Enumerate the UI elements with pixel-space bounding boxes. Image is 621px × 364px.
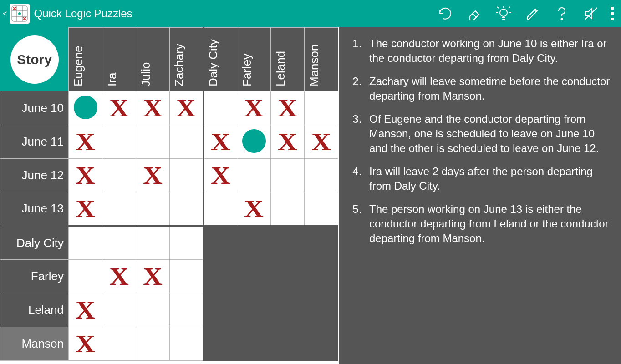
overflow-menu-button[interactable]	[606, 7, 619, 20]
grid-cell[interactable]: X	[69, 327, 102, 361]
pencil-button[interactable]	[518, 0, 547, 27]
mark-x-icon: X	[76, 298, 95, 323]
grid-cell[interactable]: X	[237, 192, 271, 226]
grid-cell[interactable]	[170, 159, 204, 192]
grid-cell[interactable]: X	[237, 91, 271, 125]
row-header: June 10	[0, 91, 69, 125]
grid-cell[interactable]	[305, 159, 338, 192]
mark-x-icon: X	[244, 197, 264, 221]
grid-cell[interactable]	[170, 192, 204, 226]
grid-cell[interactable]: X	[69, 125, 102, 159]
grid-cell[interactable]	[204, 91, 237, 125]
grid-cell[interactable]: X	[102, 260, 136, 293]
help-button[interactable]	[547, 0, 576, 27]
grid-cell[interactable]	[102, 192, 136, 226]
grid-cell[interactable]: X	[102, 91, 136, 125]
grid-cell[interactable]	[136, 192, 170, 226]
grid-cell[interactable]: X	[136, 260, 170, 293]
svg-line-11	[497, 7, 499, 8]
grid-cell[interactable]	[271, 159, 305, 192]
mark-o-icon	[74, 96, 97, 119]
mark-o-icon	[242, 129, 266, 153]
grid-cell[interactable]	[102, 327, 136, 361]
grid-cell[interactable]	[170, 260, 204, 293]
grid-cell[interactable]	[69, 91, 102, 125]
grid-cell[interactable]: X	[170, 91, 204, 125]
eraser-button[interactable]	[460, 0, 489, 27]
grid-cell[interactable]	[102, 293, 136, 327]
grid-cell[interactable]	[136, 125, 170, 159]
grid-cell[interactable]: X	[271, 91, 305, 125]
grid-cell[interactable]	[102, 226, 136, 260]
hint-button[interactable]	[489, 0, 518, 27]
grid-cell[interactable]: X	[69, 159, 102, 192]
app-title: Quick Logic Puzzles	[34, 7, 132, 20]
mark-x-icon: X	[143, 96, 163, 121]
grid-cell[interactable]	[204, 192, 237, 226]
grid-cell[interactable]: X	[271, 125, 305, 159]
grid-cell[interactable]: X	[204, 159, 237, 192]
logic-grid: StoryEugeneIraJulioZacharyDaly CityFarle…	[0, 27, 339, 364]
mark-x-icon: X	[76, 130, 95, 154]
grid-void	[204, 226, 237, 260]
grid-cell[interactable]	[170, 125, 204, 159]
grid-cell[interactable]	[102, 125, 136, 159]
mark-x-icon: X	[311, 130, 331, 154]
grid-cell[interactable]	[237, 159, 271, 192]
grid-void	[204, 260, 237, 293]
grid-cell[interactable]: X	[136, 91, 170, 125]
grid-cell[interactable]	[305, 192, 338, 226]
grid-corner: Story	[0, 28, 69, 91]
grid-cell[interactable]: X	[69, 293, 102, 327]
grid-void	[305, 260, 338, 293]
mark-x-icon: X	[143, 163, 163, 188]
story-button[interactable]: Story	[10, 35, 59, 84]
mark-x-icon: X	[109, 264, 129, 289]
grid-cell[interactable]	[69, 226, 102, 260]
grid-cell[interactable]	[102, 159, 136, 192]
grid-cell[interactable]: X	[136, 159, 170, 192]
col-header: Manson	[305, 28, 338, 91]
grid-void	[271, 260, 305, 293]
row-header: Daly City	[0, 226, 69, 260]
row-header: June 12	[0, 159, 69, 192]
svg-line-6	[473, 14, 476, 17]
grid-void	[237, 293, 271, 327]
grid-cell[interactable]	[305, 91, 338, 125]
undo-button[interactable]	[431, 0, 460, 27]
grid-cell[interactable]: X	[69, 192, 102, 226]
grid-cell[interactable]	[170, 327, 204, 361]
clue-item[interactable]: The person working on June 13 is either …	[365, 202, 611, 246]
grid-cell[interactable]	[271, 192, 305, 226]
grid-cell[interactable]: X	[305, 125, 338, 159]
clue-item[interactable]: Ira will leave 2 days after the person d…	[365, 164, 611, 194]
col-header: Julio	[136, 28, 170, 91]
clue-item[interactable]: Of Eugene and the conductor departing fr…	[365, 112, 611, 156]
grid-cell[interactable]	[170, 293, 204, 327]
grid-cell[interactable]	[237, 125, 271, 159]
clue-item[interactable]: The conductor working on June 10 is eith…	[365, 36, 611, 66]
col-header: Ira	[102, 28, 136, 91]
grid-cell[interactable]	[170, 226, 204, 260]
mark-x-icon: X	[278, 130, 297, 154]
mark-x-icon: X	[143, 264, 163, 289]
mark-x-icon: X	[109, 96, 129, 121]
toolbar: < Quick Logic Puzzles	[0, 0, 621, 27]
grid-cell[interactable]	[136, 226, 170, 260]
grid-cell[interactable]	[136, 327, 170, 361]
row-header: Leland	[0, 293, 69, 327]
col-header: Eugene	[69, 28, 102, 91]
svg-line-12	[509, 7, 510, 8]
grid-void	[204, 293, 237, 327]
grid-cell[interactable]	[136, 293, 170, 327]
svg-point-5	[18, 12, 21, 15]
clue-item[interactable]: Zachary will leave sometime before the c…	[365, 74, 611, 104]
grid-cell[interactable]: X	[204, 125, 237, 159]
back-button[interactable]: <	[3, 9, 8, 19]
svg-point-7	[500, 9, 507, 16]
grid-cell[interactable]	[69, 260, 102, 293]
sound-off-button[interactable]	[576, 0, 606, 27]
col-header: Farley	[237, 28, 271, 91]
grid-void	[305, 327, 338, 361]
grid-void	[237, 260, 271, 293]
